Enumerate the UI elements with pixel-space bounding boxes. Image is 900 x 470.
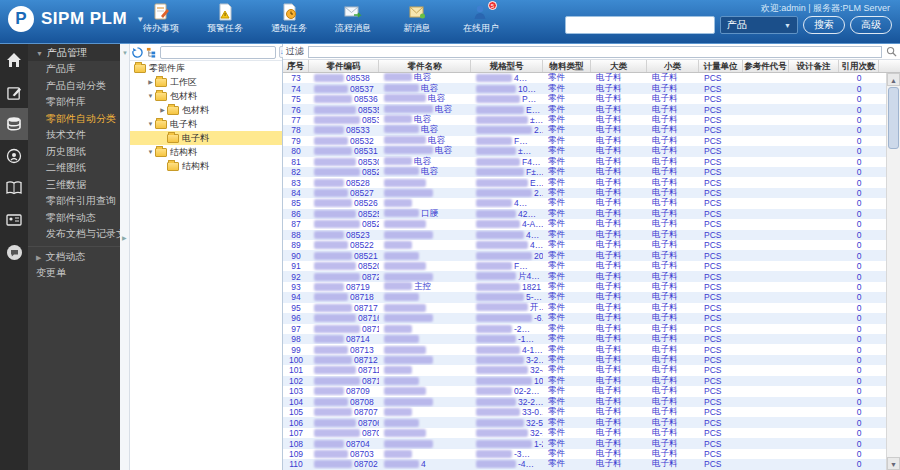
advanced-search-button[interactable]: 高级	[850, 16, 892, 34]
new-message-icon	[408, 3, 426, 21]
cell-spec: -6…	[471, 313, 543, 323]
column-header[interactable]: 计量单位	[699, 60, 743, 72]
sidebar-item[interactable]: 技术文件	[28, 127, 120, 144]
tree-down-arrow-icon[interactable]: ▼	[146, 89, 155, 103]
sidebar-item[interactable]: ▶文档动态	[28, 249, 120, 266]
table-filter-input[interactable]	[308, 46, 882, 58]
column-header[interactable]: 设计备注	[789, 60, 839, 72]
tree-node[interactable]: ▶包材料	[130, 103, 282, 117]
privacy-mask	[476, 346, 520, 354]
cell-part-code: 08714	[309, 334, 379, 344]
cell-ref-count: 0	[839, 376, 879, 386]
cell-ref-count: 0	[839, 115, 879, 125]
cell-part-code: 08717	[309, 303, 379, 313]
cell-unit: PCS	[699, 261, 743, 271]
cell-index: 75	[283, 94, 309, 104]
privacy-mask	[476, 377, 532, 385]
scroll-down-button[interactable]: ▼	[887, 457, 900, 470]
privacy-mask	[314, 199, 352, 207]
cell-part-code: 08716	[309, 313, 379, 323]
privacy-mask	[476, 231, 524, 239]
collapse-left-icon[interactable]: ▶	[122, 234, 127, 241]
privacy-mask	[476, 137, 512, 145]
tree-node[interactable]: ▶工作区	[130, 75, 282, 89]
tree-filter-input[interactable]	[160, 46, 276, 59]
rail-products-button[interactable]	[0, 108, 28, 140]
new-message-button[interactable]: 新消息	[391, 3, 443, 35]
tree-right-arrow-icon[interactable]: ▶	[158, 103, 167, 117]
sidebar-item[interactable]: 三维数据	[28, 177, 120, 194]
sidebar-item[interactable]: 二维图纸	[28, 160, 120, 177]
column-header[interactable]: 物料类型	[543, 60, 591, 72]
column-header[interactable]: 零件名称	[379, 60, 471, 72]
sidebar-item[interactable]: 变更单	[28, 265, 120, 282]
tree-view-icon[interactable]	[146, 47, 157, 58]
search-button[interactable]: 搜索	[803, 16, 845, 34]
sidebar-section-product-mgmt[interactable]: ▼产品管理	[28, 44, 120, 61]
sidebar-item[interactable]: 零部件动态	[28, 210, 120, 227]
alert-tasks-button[interactable]: 预警任务	[199, 3, 251, 35]
rail-home-button[interactable]	[0, 44, 28, 76]
todo-tasks-button[interactable]: 待办事项	[135, 3, 187, 35]
sidebar-item[interactable]: 零部件引用查询	[28, 193, 120, 210]
cell-ref-count: 0	[839, 407, 879, 417]
app-logo[interactable]: P SIPM PLM ▼	[8, 6, 144, 32]
scroll-thumb[interactable]	[888, 87, 899, 149]
tree-down-arrow-icon[interactable]: ▼	[146, 117, 155, 131]
tree-node[interactable]: 结构料	[130, 159, 282, 173]
cell-ref-count: 0	[839, 105, 879, 115]
sidebar-item[interactable]: 历史图纸	[28, 144, 120, 161]
rail-card-button[interactable]	[0, 204, 28, 236]
column-header[interactable]: 参考件代号	[743, 60, 789, 72]
privacy-mask	[314, 126, 344, 134]
notify-tasks-button[interactable]: 通知任务	[263, 3, 315, 35]
sidebar-item[interactable]: 零部件库	[28, 94, 120, 111]
privacy-mask	[384, 429, 426, 437]
tree-root-node[interactable]: 零部件库	[130, 61, 282, 75]
tree-right-arrow-icon[interactable]: ▶	[146, 75, 155, 89]
cell-unit: PCS	[699, 188, 743, 198]
sidebar-item[interactable]: 产品自动分类	[28, 78, 120, 95]
search-input[interactable]	[565, 16, 715, 34]
column-header[interactable]: 序号	[283, 60, 309, 72]
cell-ref-count: 0	[839, 136, 879, 146]
column-header[interactable]: 规格型号	[471, 60, 543, 72]
privacy-mask	[314, 158, 356, 166]
cell-spec: 33-0…	[471, 407, 543, 417]
column-header[interactable]: 引用次数	[839, 60, 879, 72]
table-row[interactable]: 110087024-4…零件电子料电子料PCS0	[283, 459, 886, 469]
tree-node[interactable]: 电子料	[130, 131, 282, 145]
flow-message-button[interactable]: 流程消息	[327, 3, 379, 35]
sidebar-item[interactable]: 零部件自动分类	[28, 111, 120, 128]
rail-edit-button[interactable]	[0, 76, 28, 108]
magnifier-icon[interactable]	[886, 46, 897, 57]
column-header[interactable]: 小类	[647, 60, 699, 72]
tree-down-arrow-icon[interactable]: ▼	[146, 145, 155, 159]
cell-unit: PCS	[699, 439, 743, 449]
online-users-button[interactable]: 5 在线用户	[455, 3, 507, 35]
scroll-up-button[interactable]: ▲	[887, 73, 900, 86]
tree-node[interactable]: ▼包材料	[130, 89, 282, 103]
column-header[interactable]: 大类	[591, 60, 647, 72]
privacy-mask	[476, 106, 524, 114]
cell-ref-count: 0	[839, 365, 879, 375]
cell-part-code: 08704	[309, 439, 379, 449]
cell-spec: 102-7…	[471, 376, 543, 386]
privacy-mask	[476, 303, 528, 311]
cell-spec: -2…	[471, 324, 543, 334]
panel-splitter[interactable]: ▼ ▶	[120, 44, 130, 470]
refresh-icon[interactable]	[132, 47, 143, 58]
cell-ref-count: 0	[839, 459, 879, 469]
collapse-up-icon[interactable]: ▼	[122, 50, 128, 56]
sidebar-item[interactable]: 发布文档与记录文件	[28, 226, 120, 243]
cell-part-code: 08535	[309, 105, 379, 115]
search-category-select[interactable]: 产品 ▼	[720, 16, 798, 34]
tree-node[interactable]: ▼电子料	[130, 117, 282, 131]
rail-chat-button[interactable]	[0, 236, 28, 268]
column-header[interactable]: 零件编码	[309, 60, 379, 72]
rail-library-button[interactable]	[0, 172, 28, 204]
rail-broadcast-button[interactable]	[0, 140, 28, 172]
sidebar-item[interactable]: 产品库	[28, 61, 120, 78]
privacy-mask	[314, 440, 344, 448]
tree-node[interactable]: ▼结构料	[130, 145, 282, 159]
